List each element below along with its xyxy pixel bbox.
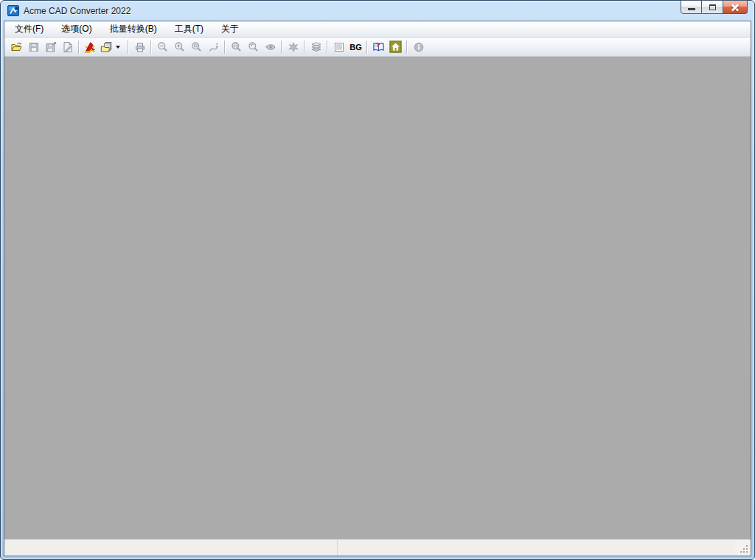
toolbar-separator (224, 41, 226, 54)
svg-text:?: ? (376, 41, 380, 49)
zoom-window-icon (191, 41, 203, 53)
save-icon (28, 41, 40, 53)
toolbar-separator (128, 41, 129, 54)
convert-format-button[interactable] (99, 39, 125, 55)
zoom-in-icon (174, 41, 186, 53)
window-controls (681, 0, 748, 14)
menu-batch-convert[interactable]: 批量转换(B) (103, 21, 164, 37)
background-color-button[interactable]: BG (347, 39, 364, 55)
toolbar: BG ? (4, 38, 751, 57)
plot-splat-icon (288, 41, 299, 53)
client-area (4, 57, 751, 540)
zoom-all-button (228, 39, 245, 55)
statusbar (4, 540, 751, 556)
about-info-icon (413, 41, 425, 53)
toolbar-separator (78, 41, 80, 54)
layers-button (307, 39, 324, 55)
zoom-out-icon (157, 41, 169, 53)
about-button (410, 39, 427, 55)
background-pattern-icon (333, 41, 345, 53)
menubar: 文件(F) 选项(O) 批量转换(B) 工具(T) 关于 (4, 21, 751, 38)
help-book-icon: ? (372, 41, 385, 53)
app-icon (7, 5, 20, 17)
zoom-window-button (188, 39, 205, 55)
batch-convert-icon (84, 41, 97, 53)
home-button[interactable] (387, 39, 404, 55)
home-icon (389, 41, 402, 53)
zoom-dynamic-button (205, 39, 222, 55)
toolbar-separator (327, 41, 328, 54)
close-icon (730, 2, 740, 13)
export-button (59, 39, 76, 55)
zoom-dynamic-icon (208, 41, 220, 53)
background-pattern-button[interactable] (330, 39, 347, 55)
zoom-out-button (154, 39, 171, 55)
statusbar-right-panel (338, 540, 734, 556)
open-button[interactable] (8, 39, 25, 55)
toolbar-separator (281, 41, 282, 54)
titlebar: Acme CAD Converter 2022 (1, 1, 754, 21)
save-as-icon (45, 41, 57, 53)
minimize-button[interactable] (681, 0, 702, 14)
toolbar-separator (150, 41, 152, 54)
zoom-in-button (171, 39, 188, 55)
background-color-label: BG (349, 43, 362, 52)
toolbar-separator (366, 41, 368, 54)
toolbar-separator (406, 41, 408, 54)
menu-about[interactable]: 关于 (215, 21, 246, 37)
menu-file[interactable]: 文件(F) (8, 21, 50, 37)
statusbar-left-panel (4, 540, 338, 556)
maximize-icon (709, 4, 716, 10)
convert-format-icon (100, 41, 113, 53)
export-icon (62, 41, 74, 53)
convert-dropdown-arrow[interactable] (116, 46, 120, 49)
save-as-button (42, 39, 59, 55)
content-frame: 文件(F) 选项(O) 批量转换(B) 工具(T) 关于 (4, 21, 751, 556)
toolbar-separator (304, 41, 305, 54)
minimize-icon (688, 8, 695, 10)
menu-tools[interactable]: 工具(T) (168, 21, 210, 37)
batch-convert-button[interactable] (82, 39, 99, 55)
app-window: Acme CAD Converter 2022 文件(F) 选项(O) 批量转换… (0, 0, 755, 560)
resize-grip[interactable] (734, 540, 751, 556)
zoom-all-icon (231, 41, 243, 53)
open-icon (10, 41, 23, 53)
view-eye-button (262, 39, 279, 55)
plot-splat-button (285, 39, 302, 55)
view-eye-icon (265, 41, 276, 53)
zoom-previous-icon (248, 41, 260, 53)
layers-icon (310, 41, 322, 53)
zoom-previous-button (245, 39, 262, 55)
help-button[interactable]: ? (370, 39, 387, 55)
save-button (25, 39, 42, 55)
menu-options[interactable]: 选项(O) (55, 21, 98, 37)
close-button[interactable] (723, 0, 748, 14)
window-title: Acme CAD Converter 2022 (24, 6, 131, 16)
print-button (131, 39, 148, 55)
print-icon (134, 41, 146, 53)
maximize-button[interactable] (702, 0, 723, 14)
